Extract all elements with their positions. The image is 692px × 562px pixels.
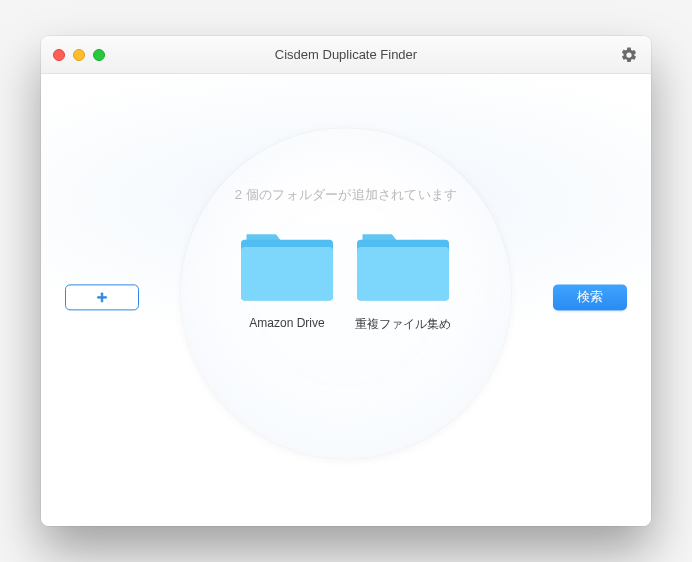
search-button[interactable]: 検索 [553,284,627,310]
folder-icon [241,228,333,304]
window-title: Cisdem Duplicate Finder [41,47,651,62]
status-text: 2 個のフォルダーが追加されています [235,186,457,204]
folder-name: Amazon Drive [249,316,324,330]
minimize-window-button[interactable] [73,49,85,61]
zoom-window-button[interactable] [93,49,105,61]
folder-item[interactable]: Amazon Drive [241,228,333,333]
settings-button[interactable] [619,45,639,65]
folder-name: 重複ファイル集め [355,316,451,333]
titlebar: Cisdem Duplicate Finder [41,36,651,74]
folder-list: Amazon Drive 重複ファイル集め [241,228,451,333]
drop-zone[interactable]: 2 個のフォルダーが追加されています Amazon Drive [181,128,511,458]
gear-icon [620,46,638,64]
folder-icon [357,228,449,304]
app-window: Cisdem Duplicate Finder 2 個のフォルダーが追加されてい… [41,36,651,526]
svg-rect-1 [97,297,106,299]
search-button-label: 検索 [577,288,603,306]
close-window-button[interactable] [53,49,65,61]
folder-item[interactable]: 重複ファイル集め [355,228,451,333]
plus-icon [95,290,109,304]
window-controls [53,49,105,61]
add-folder-button[interactable] [65,284,139,310]
main-content: 2 個のフォルダーが追加されています Amazon Drive [41,74,651,526]
